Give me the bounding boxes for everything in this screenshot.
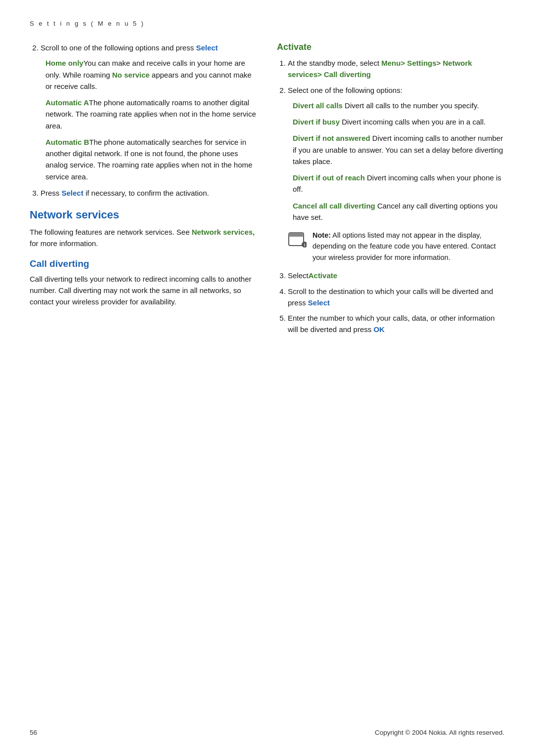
right-ordered-list: At the standby mode, select Menu> Settin… <box>288 57 504 336</box>
auto-a-block: Automatic AThe phone automatically roams… <box>45 97 257 131</box>
call-diverting-title: Call diverting <box>30 258 257 269</box>
no-service-label: No service <box>112 71 150 79</box>
right-list-item-1: At the standby mode, select Menu> Settin… <box>288 57 504 81</box>
left-list-item-3: Press Select if necessary, to confirm th… <box>41 187 257 199</box>
item5-text: Enter the number to which your calls, da… <box>288 314 495 334</box>
activate-title: Activate <box>277 42 504 52</box>
home-only-block: Home onlyYou can make and receive calls … <box>45 57 257 92</box>
right-column: Activate At the standby mode, select Men… <box>277 42 504 340</box>
left-ordered-list: Scroll to one of the following options a… <box>41 42 257 199</box>
divert-option-2: Divert if busy Divert incoming calls whe… <box>293 116 504 127</box>
svg-rect-1 <box>289 233 304 237</box>
item2-intro: Scroll to one of the following options a… <box>41 43 194 52</box>
divert-options-block: Divert all calls Divert all calls to the… <box>293 100 504 223</box>
network-services-link: Network services, <box>192 228 255 236</box>
item5-ok: OK <box>373 325 385 334</box>
item3-select-text: Select <box>288 271 309 280</box>
network-services-title: Network services <box>30 209 257 221</box>
left-list-item-2: Scroll to one of the following options a… <box>41 42 257 182</box>
divert-option-3: Divert if not answered Divert incoming c… <box>293 132 504 167</box>
page-footer: 56 Copyright © 2004 Nokia. All rights re… <box>0 729 534 736</box>
right-list-item-5: Enter the number to which your calls, da… <box>288 312 504 336</box>
item2-select: Select <box>196 43 218 52</box>
home-only-label: Home only <box>45 59 84 67</box>
note-body: All options listed may not appear in the… <box>312 231 496 261</box>
right-list-item-4: Scroll to the destination to which your … <box>288 286 504 309</box>
right-list-item-3: SelectActivate <box>288 270 504 281</box>
network-services-p2: for more information. <box>30 239 98 248</box>
call-diverting-p: Call diverting tells your network to red… <box>30 273 257 308</box>
copyright-text: Copyright © 2004 Nokia. All rights reser… <box>375 729 504 736</box>
item4-select: Select <box>308 298 330 307</box>
item3-select: Select <box>62 189 84 197</box>
divert-option-1: Divert all calls Divert all calls to the… <box>293 100 504 111</box>
auto-a-label: Automatic A <box>45 98 89 107</box>
item3-text: Press <box>41 189 59 197</box>
right-list-item-2: Select one of the following options: Div… <box>288 84 504 263</box>
auto-b-block: Automatic BThe phone automatically searc… <box>45 136 257 182</box>
auto-b-label: Automatic B <box>45 138 89 146</box>
page-number: 56 <box>30 729 37 736</box>
page-header: S e t t i n g s ( M e n u 5 ) <box>30 20 504 27</box>
note-text: Note: All options listed may not appear … <box>312 230 504 263</box>
item2-select-options-text: Select one of the following options: <box>288 84 504 96</box>
page: S e t t i n g s ( M e n u 5 ) Scroll to … <box>0 0 534 756</box>
item3-text2: if necessary, to confirm the activation. <box>86 189 209 197</box>
svg-text:!: ! <box>304 243 306 248</box>
note-icon: ! <box>288 231 307 250</box>
menu-path: Menu> Settings> Network services> Call d… <box>288 59 472 79</box>
header-label: S e t t i n g s ( M e n u 5 ) <box>30 20 145 27</box>
left-column: Scroll to one of the following options a… <box>30 42 257 340</box>
two-column-layout: Scroll to one of the following options a… <box>30 42 504 340</box>
network-services-p: The following features are network servi… <box>30 228 190 236</box>
divert-option-5: Cancel all call diverting Cancel any cal… <box>293 200 504 223</box>
divert-option-4: Divert if out of reach Divert incoming c… <box>293 172 504 195</box>
note-bold: Note: <box>312 231 331 239</box>
note-box: ! Note: All options listed may not appea… <box>288 230 504 263</box>
item3-activate: Activate <box>309 271 337 280</box>
